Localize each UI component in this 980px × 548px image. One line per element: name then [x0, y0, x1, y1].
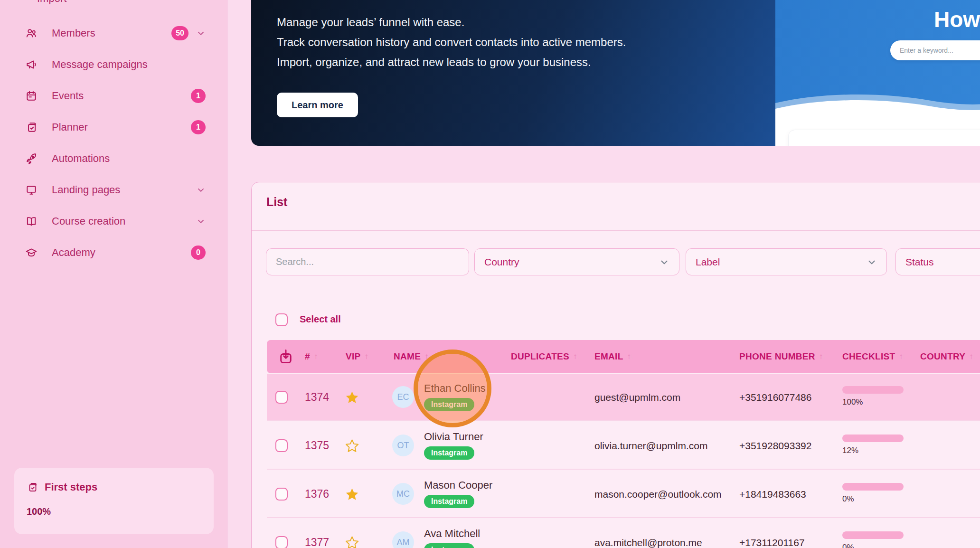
sidebar-item-events[interactable]: Events 1	[0, 80, 227, 112]
row-checkbox[interactable]	[275, 488, 288, 501]
preview-inner-card	[788, 130, 980, 146]
sidebar-item-members[interactable]: Members 50	[0, 18, 227, 49]
avatar: OT	[392, 435, 414, 456]
sort-icon: ↑↓	[969, 352, 976, 361]
sidebar-item-academy[interactable]: Academy 0	[0, 237, 227, 268]
column-header-duplicates[interactable]: DUPLICATES↑↓	[511, 351, 580, 362]
sidebar-item-label: Landing pages	[52, 184, 120, 196]
sidebar-nav: Members 50 Message campaigns Events 1	[0, 18, 227, 268]
column-header-number[interactable]: #↑↓	[305, 351, 320, 362]
search-field	[266, 248, 469, 275]
sidebar-item-import-clipped[interactable]: Import	[37, 0, 66, 5]
download-icon	[277, 348, 295, 366]
member-name-link[interactable]: Mason Cooper	[424, 479, 492, 491]
vip-star-button[interactable]	[346, 488, 358, 501]
planner-count-badge: 1	[191, 120, 206, 134]
first-steps-title: First steps	[45, 481, 97, 493]
avatar: EC	[392, 386, 414, 408]
sidebar-item-label: Automations	[52, 152, 110, 165]
column-header-vip[interactable]: VIP↑↓	[346, 351, 371, 362]
row-number: 1375	[305, 439, 329, 452]
checklist-progress-bar	[842, 386, 904, 394]
sidebar-item-planner[interactable]: Planner 1	[0, 112, 227, 143]
list-title: List	[266, 195, 287, 209]
phone-cell: +17311201167	[739, 537, 805, 548]
table-row[interactable]: 1376 MC Mason Cooper Instagram mason.coo…	[267, 471, 980, 518]
table-header: #↑↓ VIP↑↓ NAME↑↓ DUPLICATES↑↓ EMAIL↑↓ PH…	[267, 340, 980, 373]
search-input[interactable]	[276, 256, 459, 267]
channel-badge: Instagram	[424, 398, 474, 411]
sidebar-item-label: Planner	[52, 121, 88, 133]
preview-search-box	[890, 40, 980, 60]
chevron-down-icon	[659, 257, 669, 267]
avatar: MC	[392, 483, 414, 505]
chevron-down-icon	[196, 28, 206, 38]
country-filter-dropdown[interactable]: Country	[474, 248, 679, 275]
column-header-name[interactable]: NAME↑↓	[394, 351, 431, 362]
phone-cell: +351916077486	[739, 392, 811, 403]
checklist-progress-bar	[842, 435, 904, 442]
vip-star-icon	[346, 536, 358, 548]
row-number: 1376	[305, 488, 329, 501]
clipboard-check-icon	[25, 121, 38, 133]
banner-line-1: Manage your leads’ funnel with ease.	[277, 12, 626, 32]
checklist-progress-bar	[842, 531, 904, 539]
member-name-link[interactable]: Ethan Collins	[424, 382, 486, 395]
column-header-email[interactable]: EMAIL↑↓	[594, 351, 634, 362]
first-steps-card[interactable]: First steps 100%	[14, 468, 214, 534]
members-count-badge: 50	[171, 26, 188, 40]
table-row[interactable]: 1375 OT Olivia Turner Instagram olivia.t…	[267, 422, 980, 470]
member-name-link[interactable]: Olivia Turner	[424, 431, 483, 443]
list-card: List Country Label Status Select all #↑↓…	[251, 182, 980, 548]
vip-star-icon	[346, 391, 358, 404]
status-filter-dropdown[interactable]: Status	[895, 248, 980, 275]
promo-banner: Manage your leads’ funnel with ease. Tra…	[251, 0, 980, 146]
sidebar-item-course-creation[interactable]: Course creation	[0, 206, 227, 237]
first-steps-icon	[27, 482, 38, 493]
first-steps-percent: 100%	[27, 506, 51, 517]
learn-more-button[interactable]: Learn more	[277, 93, 358, 117]
row-number: 1377	[305, 536, 329, 548]
label-filter-label: Label	[696, 256, 867, 268]
column-header-checklist[interactable]: CHECKLIST↑↓	[842, 351, 905, 362]
select-all-checkbox[interactable]	[275, 313, 288, 326]
row-number: 1374	[305, 391, 329, 404]
email-cell: olivia.turner@upmlm.com	[594, 440, 707, 452]
sidebar-item-landing-pages[interactable]: Landing pages	[0, 174, 227, 206]
column-header-country[interactable]: COUNTRY↑↓	[920, 351, 976, 362]
column-header-phone[interactable]: PHONE NUMBER↑↓	[739, 351, 826, 362]
vip-star-button[interactable]	[346, 391, 358, 404]
sort-icon: ↑↓	[424, 352, 431, 361]
rocket-icon	[25, 152, 38, 165]
country-filter-label: Country	[484, 256, 659, 268]
status-filter-label: Status	[905, 256, 980, 268]
export-button[interactable]	[277, 348, 295, 366]
row-checkbox[interactable]	[275, 536, 288, 548]
label-filter-dropdown[interactable]: Label	[686, 248, 887, 275]
select-all-label: Select all	[300, 314, 341, 325]
channel-badge: Instagram	[424, 446, 474, 460]
sidebar-item-label: Members	[52, 27, 95, 39]
table-row[interactable]: 1374 EC Ethan Collins Instagram guest@up…	[267, 374, 980, 421]
checklist-percent: 0%	[842, 494, 854, 504]
sidebar-item-message-campaigns[interactable]: Message campaigns	[0, 49, 227, 80]
sidebar-item-automations[interactable]: Automations	[0, 143, 227, 174]
email-cell: ava.mitchell@proton.me	[594, 537, 702, 548]
events-count-badge: 1	[191, 89, 206, 103]
table-row[interactable]: 1377 AM Ava Mitchell Instagram ava.mitch…	[267, 519, 980, 548]
sort-icon: ↑↓	[573, 352, 580, 361]
row-checkbox[interactable]	[275, 391, 288, 404]
vip-star-button[interactable]	[346, 439, 358, 452]
sidebar-item-label: Events	[52, 90, 84, 102]
graduation-cap-icon	[25, 246, 38, 259]
channel-badge: Instagram	[424, 495, 474, 508]
phone-cell: +351928093392	[739, 440, 811, 452]
chevron-down-icon	[196, 217, 206, 226]
monitor-icon	[25, 184, 38, 196]
channel-badge: Instagram	[424, 543, 474, 548]
row-checkbox[interactable]	[275, 439, 288, 452]
member-name-link[interactable]: Ava Mitchell	[424, 528, 480, 540]
banner-line-3: Import, organize, and attract new leads …	[277, 52, 626, 72]
vip-star-icon	[346, 439, 358, 452]
vip-star-button[interactable]	[346, 536, 358, 548]
